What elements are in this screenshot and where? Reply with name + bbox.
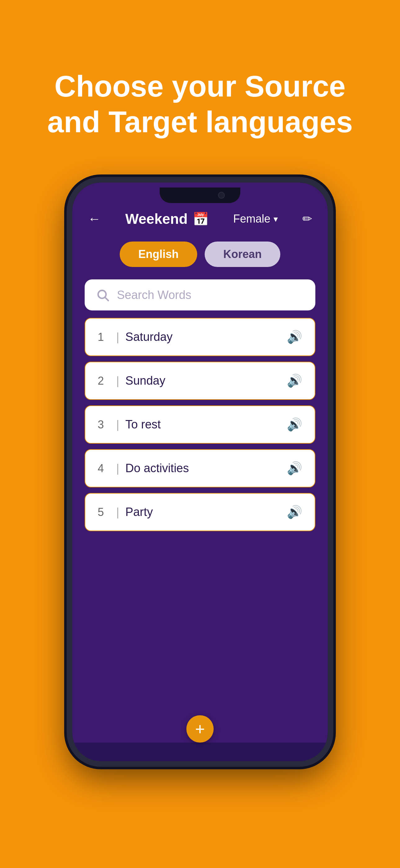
separator: | — [116, 506, 119, 519]
word-item-5[interactable]: 5 | Party 🔊 — [85, 493, 315, 531]
word-item-4[interactable]: 4 | Do activities 🔊 — [85, 449, 315, 487]
word-text: To rest — [125, 418, 287, 431]
camera-dot — [218, 192, 225, 199]
title-area: Weekend 📅 — [125, 211, 209, 227]
tab-korean[interactable]: Korean — [205, 242, 280, 267]
separator: | — [116, 462, 119, 475]
svg-line-1 — [105, 298, 108, 301]
word-text: Saturday — [125, 330, 287, 344]
chevron-down-icon: ▾ — [273, 214, 278, 224]
sound-icon[interactable]: 🔊 — [287, 505, 302, 519]
word-list: 1 | Saturday 🔊 2 | Sunday 🔊 3 | To rest … — [72, 318, 328, 743]
word-item-2[interactable]: 2 | Sunday 🔊 — [85, 362, 315, 400]
word-text: Sunday — [125, 374, 287, 388]
phone-frame: ← Weekend 📅 Female ▾ ✏ English Korean — [67, 177, 333, 767]
word-number: 5 — [98, 506, 110, 519]
fab-add-button[interactable]: + — [186, 715, 214, 743]
header-title: Choose your Source and Target languages — [0, 68, 400, 140]
screen-title: Weekend — [125, 211, 188, 227]
word-text: Party — [125, 505, 287, 519]
language-tabs: English Korean — [72, 232, 328, 279]
search-bar[interactable]: Search Words — [85, 279, 315, 310]
phone-mockup: ← Weekend 📅 Female ▾ ✏ English Korean — [67, 177, 333, 767]
sound-icon[interactable]: 🔊 — [287, 461, 302, 475]
word-item-3[interactable]: 3 | To rest 🔊 — [85, 405, 315, 444]
separator: | — [116, 374, 119, 388]
word-number: 4 — [98, 462, 110, 475]
dynamic-island — [160, 187, 240, 203]
calendar-icon: 📅 — [193, 211, 209, 227]
word-number: 2 — [98, 374, 110, 388]
gender-label: Female — [233, 212, 270, 225]
phone-screen: ← Weekend 📅 Female ▾ ✏ English Korean — [72, 183, 328, 761]
sound-icon[interactable]: 🔊 — [287, 373, 302, 388]
separator: | — [116, 331, 119, 344]
tab-english[interactable]: English — [120, 242, 197, 267]
sound-icon[interactable]: 🔊 — [287, 330, 302, 344]
search-icon — [96, 288, 109, 302]
top-bar: ← Weekend 📅 Female ▾ ✏ — [72, 203, 328, 232]
word-number: 1 — [98, 331, 110, 344]
edit-button[interactable]: ✏ — [302, 212, 312, 226]
word-number: 3 — [98, 418, 110, 431]
search-placeholder: Search Words — [117, 288, 191, 302]
word-text: Do activities — [125, 462, 287, 475]
sound-icon[interactable]: 🔊 — [287, 417, 302, 432]
separator: | — [116, 418, 119, 431]
gender-selector[interactable]: Female ▾ — [233, 212, 278, 225]
bottom-bar — [72, 743, 328, 761]
back-button[interactable]: ← — [88, 211, 101, 226]
word-item-1[interactable]: 1 | Saturday 🔊 — [85, 318, 315, 356]
